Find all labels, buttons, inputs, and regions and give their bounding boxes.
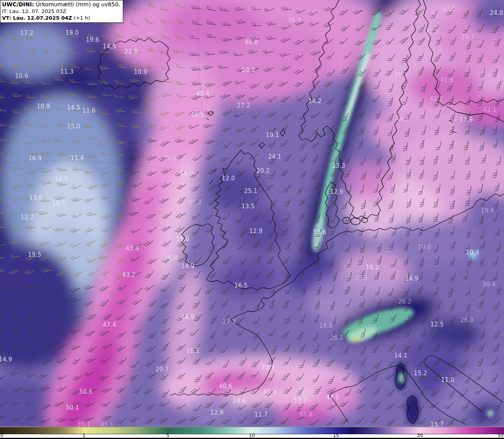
colorbar-tick-label: 30 [417, 433, 423, 438]
map-title-box: UWC/DINI: Úrkomumætti (mm) og uv850. IT:… [0, 0, 123, 23]
init-time: IT: Lau. 12. 07. 2025 03Z [2, 8, 120, 15]
colorbar-tick-label: 50 [498, 433, 504, 438]
colorbar-ticks: 01510153050 [0, 434, 504, 438]
colorbar-tick-label: 5 [167, 433, 170, 438]
colorbar-tick-label: 10 [249, 433, 255, 438]
model-name: UWC/DINI: [2, 1, 34, 7]
valid-offset: (+1 h) [72, 15, 90, 21]
colorbar-tick-label: 1 [83, 433, 86, 438]
precipitation-field-map [0, 0, 504, 427]
colorbar-tick-label: 0 [0, 433, 4, 438]
precip-field-shading [0, 0, 504, 427]
valid-time: VT: Lau. 12.07.2025 04Z [2, 15, 72, 21]
weather-map-viewport: 17.219.019.614.522.810.611.310.910.914.5… [0, 0, 504, 439]
colorbar-tick-label: 15 [333, 433, 339, 438]
title-line: UWC/DINI: Úrkomumætti (mm) og uv850. [2, 1, 120, 8]
valid-time-line: VT: Lau. 12.07.2025 04Z (+1 h) [2, 15, 120, 22]
product-name: Úrkomumætti (mm) og uv850. [34, 1, 120, 7]
colorbar: 01510153050 [0, 426, 504, 439]
